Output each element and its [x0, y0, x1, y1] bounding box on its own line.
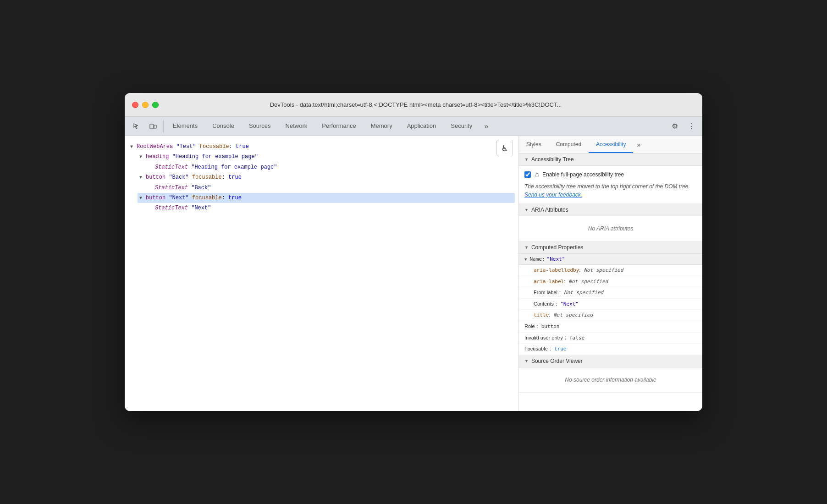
right-content: ▼ Accessibility Tree ⚠ Enable full-page …	[519, 153, 702, 411]
source-order-viewer-section-header[interactable]: ▼ Source Order Viewer	[519, 355, 702, 367]
tab-styles[interactable]: Styles	[519, 136, 549, 153]
device-toggle-icon[interactable]	[145, 117, 161, 136]
computed-name-arrow-icon: ▼	[524, 257, 527, 262]
tab-computed[interactable]: Computed	[549, 136, 589, 153]
tab-security[interactable]: Security	[443, 117, 480, 136]
title-bar: DevTools - data:text/html;charset=utf-8,…	[125, 93, 702, 117]
feedback-link[interactable]: Send us your feedback.	[524, 192, 582, 198]
dom-row-button-back[interactable]: button "Back" focusable : true	[138, 172, 515, 182]
computed-properties-section-header[interactable]: ▼ Computed Properties	[519, 241, 702, 254]
dom-arrow-root[interactable]	[130, 143, 137, 151]
prop-row-contents: Contents : "Next"	[519, 299, 702, 310]
tab-performance[interactable]: Performance	[314, 117, 363, 136]
prop-row-title: title : Not specified	[519, 310, 702, 321]
tab-accessibility[interactable]: Accessibility	[589, 136, 633, 153]
aria-attributes-arrow-icon: ▼	[524, 208, 529, 212]
dom-arrow-button-back[interactable]	[139, 174, 146, 181]
prop-row-aria-label: aria-label : Not specified	[519, 276, 702, 288]
devtools-tab-bar: Elements Console Sources Network Perform…	[125, 117, 702, 136]
maximize-button[interactable]	[152, 102, 159, 108]
dom-arrow-button-next[interactable]	[139, 194, 146, 202]
right-tab-bar: Styles Computed Accessibility »	[519, 136, 702, 153]
svg-rect-0	[150, 124, 154, 129]
accessibility-tree-button[interactable]: ♿	[496, 140, 513, 156]
right-panel: Styles Computed Accessibility » ▼ Access…	[519, 136, 702, 411]
prop-row-invalid-user-entry: Invalid user entry : false	[519, 333, 702, 344]
tab-console[interactable]: Console	[205, 117, 242, 136]
dom-row-button-next[interactable]: button "Next" focusable : true	[138, 193, 515, 203]
tab-elements[interactable]: Elements	[165, 117, 205, 136]
svg-rect-1	[154, 125, 156, 128]
dom-row-heading[interactable]: heading "Heading for example page"	[138, 152, 515, 162]
accessibility-tree-checkbox[interactable]	[524, 171, 531, 178]
source-order-arrow-icon: ▼	[524, 359, 529, 363]
tabs-actions: ⚙ ⋮	[667, 117, 702, 136]
more-tabs-button[interactable]: »	[480, 117, 493, 136]
prop-row-aria-labelledby: aria-labelledby : Not specified	[519, 265, 702, 276]
devtools-window: DevTools - data:text/html;charset=utf-8,…	[125, 93, 702, 411]
accessibility-tree-section-content: ⚠ Enable full-page accessibility tree Th…	[519, 166, 702, 204]
prop-row-role: Role : button	[519, 321, 702, 333]
tab-application[interactable]: Application	[400, 117, 444, 136]
minimize-button[interactable]	[142, 102, 149, 108]
more-options-button[interactable]: ⋮	[684, 119, 699, 134]
tab-memory[interactable]: Memory	[364, 117, 400, 136]
accessibility-icon: ♿	[502, 142, 507, 154]
prop-row-focusable: Focusable : true	[519, 344, 702, 355]
tab-separator	[163, 120, 164, 133]
right-more-tabs-button[interactable]: »	[633, 136, 644, 153]
dom-panel: RootWebArea "Test" focusable : true head…	[125, 136, 519, 411]
main-content: RootWebArea "Test" focusable : true head…	[125, 136, 702, 411]
window-title: DevTools - data:text/html;charset=utf-8,…	[164, 101, 667, 108]
aria-empty-state: No ARIA attributes	[524, 220, 697, 237]
accessibility-tree-arrow-icon: ▼	[524, 157, 529, 162]
warn-icon: ⚠	[535, 171, 540, 178]
tab-sources[interactable]: Sources	[242, 117, 278, 136]
dom-row-root[interactable]: RootWebArea "Test" focusable : true	[128, 142, 515, 152]
aria-attributes-section-header[interactable]: ▼ ARIA Attributes	[519, 204, 702, 216]
accessibility-tree-label: ⚠ Enable full-page accessibility tree	[535, 171, 624, 178]
enable-accessibility-tree-row: ⚠ Enable full-page accessibility tree	[524, 170, 697, 180]
source-order-empty-state: No source order information available	[524, 371, 697, 389]
tab-network[interactable]: Network	[278, 117, 315, 136]
computed-name-row[interactable]: ▼ Name: "Next"	[519, 254, 702, 265]
dom-row-statictext-next[interactable]: StaticText "Next"	[147, 203, 515, 213]
settings-button[interactable]: ⚙	[667, 119, 682, 134]
close-button[interactable]	[132, 102, 138, 108]
computed-properties-arrow-icon: ▼	[524, 245, 529, 250]
accessibility-tree-info: The accessibility tree moved to the top …	[524, 180, 697, 200]
dom-arrow-heading[interactable]	[139, 153, 146, 161]
element-picker-icon[interactable]	[128, 117, 145, 136]
source-order-viewer-content: No source order information available	[519, 367, 702, 393]
dom-row-statictext-heading[interactable]: StaticText "Heading for example page"	[147, 162, 515, 172]
accessibility-tree-section-header[interactable]: ▼ Accessibility Tree	[519, 153, 702, 166]
prop-row-from-label: From label : Not specified	[519, 287, 702, 299]
traffic-lights	[132, 102, 159, 108]
aria-attributes-section-content: No ARIA attributes	[519, 216, 702, 241]
dom-tree: RootWebArea "Test" focusable : true head…	[125, 140, 518, 215]
dom-row-statictext-back[interactable]: StaticText "Back"	[147, 183, 515, 193]
